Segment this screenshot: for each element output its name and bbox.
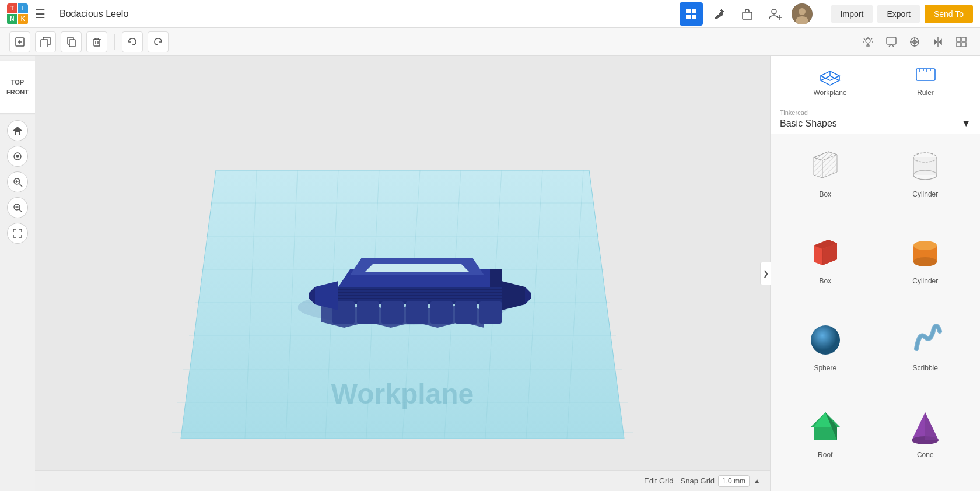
shape-cylinder-wireframe[interactable]: Cylinder (876, 139, 976, 226)
topbar: T I N K ☰ Bodacious Leelo (0, 0, 980, 28)
project-name[interactable]: Bodacious Leelo (60, 9, 128, 19)
export-button[interactable]: Export (877, 5, 919, 23)
svg-point-9 (799, 8, 806, 15)
cube-divider (6, 87, 29, 87)
svg-marker-79 (365, 264, 470, 272)
snap-arrow[interactable]: ▲ (753, 476, 761, 485)
undo-button[interactable] (122, 31, 143, 52)
shapes-grid: Box Cylinder (771, 134, 980, 491)
svg-point-121 (914, 241, 937, 250)
svg-marker-33 (935, 40, 937, 44)
svg-point-122 (811, 325, 840, 355)
import-button[interactable]: Import (831, 5, 873, 23)
home-view-button[interactable] (7, 120, 28, 141)
edit-grid-button[interactable]: Edit Grid (644, 476, 674, 485)
duplicate-button[interactable] (61, 31, 82, 52)
grid-view-button[interactable] (680, 2, 703, 26)
view-cube-top: TOP (11, 79, 24, 86)
workplane-tool[interactable]: Workplane (813, 63, 846, 97)
svg-point-40 (16, 155, 19, 157)
copy-button[interactable] (35, 31, 56, 52)
logo-n: N (7, 14, 18, 24)
left-sidebar: TOP FRONT (0, 56, 35, 491)
tinkercad-logo[interactable]: T I N K (7, 3, 28, 24)
svg-rect-90 (480, 301, 502, 324)
fit-view-button[interactable] (7, 223, 28, 244)
scribble-icon (905, 320, 946, 360)
collapse-panel-button[interactable]: ❯ (760, 262, 771, 285)
svg-marker-128 (925, 412, 939, 440)
roof-label: Roof (818, 451, 832, 459)
svg-rect-1 (692, 9, 696, 13)
topbar-right: Import Export Send To (680, 2, 973, 26)
projects-button[interactable] (736, 2, 759, 26)
cone-icon (905, 406, 946, 447)
svg-rect-86 (382, 301, 404, 324)
ruler-tool[interactable]: Ruler (914, 63, 937, 97)
viewport[interactable]: Workplane (35, 56, 770, 491)
shape-scribble[interactable]: Scribble (876, 313, 976, 399)
shapes-dropdown-arrow[interactable]: ▼ (961, 118, 971, 129)
delete-button[interactable] (86, 31, 107, 52)
shape-sphere[interactable]: Sphere (775, 313, 876, 399)
ruler-label: Ruler (917, 89, 934, 97)
add-user-button[interactable] (764, 2, 787, 26)
snap-grid-label: Snap Grid (681, 476, 715, 485)
snap-grid-value[interactable]: 1.0 mm (718, 475, 750, 487)
rotate-view-button[interactable] (7, 146, 28, 167)
workplane-grid: Workplane (169, 135, 636, 474)
shape-roof[interactable]: Roof (775, 399, 876, 486)
svg-rect-18 (94, 40, 100, 46)
zoom-out-button[interactable] (7, 197, 28, 218)
svg-rect-36 (962, 37, 966, 41)
mirror-icon[interactable] (929, 33, 947, 51)
svg-marker-77 (490, 269, 502, 287)
toolbar-separator (114, 34, 115, 50)
svg-rect-17 (69, 40, 75, 47)
cylinder-wireframe-label: Cylinder (912, 190, 938, 198)
logo-k: K (18, 14, 29, 24)
box-wireframe-label: Box (819, 190, 831, 198)
redo-button[interactable] (148, 31, 169, 52)
cylinder-wireframe-icon (905, 146, 946, 187)
logo-t: T (7, 3, 18, 14)
shape-cone[interactable]: Cone (876, 399, 976, 486)
toolbar-right-actions (859, 33, 971, 51)
shape-box-wireframe[interactable]: Box (775, 139, 876, 226)
view-cube-front: FRONT (6, 89, 29, 96)
svg-text:Workplane: Workplane (331, 378, 474, 409)
svg-rect-88 (430, 301, 453, 324)
shape-cylinder-solid[interactable]: Cylinder (876, 226, 976, 313)
svg-rect-2 (686, 15, 691, 19)
svg-rect-38 (962, 43, 966, 47)
svg-point-120 (914, 257, 937, 266)
cylinder-solid-label: Cylinder (912, 277, 938, 285)
svg-rect-27 (887, 37, 896, 44)
scribble-label: Scribble (913, 364, 938, 372)
svg-rect-3 (692, 15, 696, 19)
new-button[interactable] (9, 31, 30, 52)
light-icon[interactable] (859, 33, 877, 51)
align-icon[interactable] (905, 33, 924, 51)
cone-label: Cone (917, 451, 934, 459)
svg-line-42 (19, 184, 22, 187)
shapes-dropdown-label: Basic Shapes (780, 118, 837, 129)
roof-icon (805, 406, 846, 447)
svg-rect-87 (406, 301, 428, 324)
svg-rect-37 (957, 43, 961, 47)
ruler-icon (914, 63, 937, 86)
sendto-button[interactable]: Send To (925, 5, 973, 23)
shapes-dropdown[interactable]: Basic Shapes ▼ (780, 116, 971, 131)
edit-mode-button[interactable] (708, 2, 731, 26)
view-cube[interactable]: TOP FRONT (0, 61, 38, 113)
group-icon[interactable] (952, 33, 971, 51)
hamburger-menu[interactable]: ☰ (35, 7, 46, 21)
svg-line-46 (19, 209, 22, 212)
svg-rect-89 (455, 301, 477, 324)
sphere-label: Sphere (814, 364, 836, 372)
zoom-in-button[interactable] (7, 171, 28, 192)
box-wireframe-icon (805, 146, 846, 187)
user-avatar[interactable] (792, 3, 813, 24)
shape-box-solid[interactable]: Box (775, 226, 876, 313)
comment-icon[interactable] (882, 33, 901, 51)
